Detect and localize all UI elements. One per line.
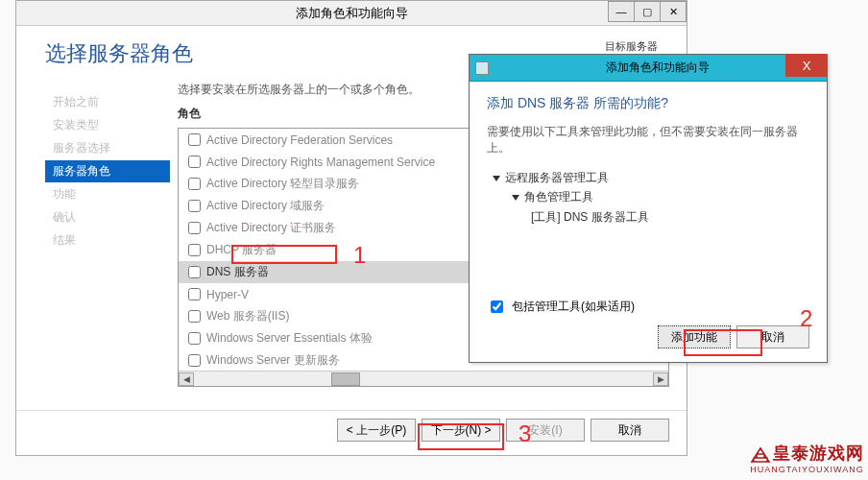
include-tools-checkbox[interactable]: [491, 300, 503, 313]
target-server-label: 目标服务器: [588, 39, 658, 53]
prev-button[interactable]: < 上一步(P): [337, 419, 416, 442]
dialog-footer: 包括管理工具(如果适用) 添加功能 取消: [470, 298, 827, 348]
include-tools-row: 包括管理工具(如果适用): [487, 298, 809, 316]
dialog-description: 需要使用以下工具来管理此功能，但不需要安装在同一服务器上。: [487, 124, 809, 156]
next-button[interactable]: 下一步(N) >: [422, 419, 500, 442]
role-checkbox[interactable]: [188, 222, 201, 234]
role-checkbox[interactable]: [188, 133, 201, 146]
dialog-heading: 添加 DNS 服务器 所需的功能?: [487, 95, 809, 112]
role-checkbox[interactable]: [188, 288, 201, 300]
dialog-title-bar: 添加角色和功能向导 X: [470, 55, 827, 82]
role-checkbox[interactable]: [188, 244, 201, 256]
dialog-buttons: 添加功能 取消: [487, 325, 809, 348]
role-checkbox[interactable]: [188, 266, 201, 278]
horizontal-scrollbar[interactable]: ◀ ▶: [179, 371, 668, 386]
nav-confirm[interactable]: 确认: [45, 206, 170, 228]
tree-node-lvl2[interactable]: 角色管理工具: [487, 187, 809, 206]
role-checkbox[interactable]: [188, 332, 201, 345]
close-button[interactable]: ✕: [660, 1, 687, 22]
dialog-close-button[interactable]: X: [785, 54, 828, 77]
nav-server-selection[interactable]: 服务器选择: [45, 137, 170, 159]
pavilion-icon: [750, 444, 771, 464]
window-controls: — ▢ ✕: [609, 1, 687, 22]
title-bar: 添加角色和功能向导 — ▢ ✕: [16, 1, 687, 26]
dialog-body: 添加 DNS 服务器 所需的功能? 需要使用以下工具来管理此功能，但不需要安装在…: [470, 82, 827, 236]
add-features-dialog: 添加角色和功能向导 X 添加 DNS 服务器 所需的功能? 需要使用以下工具来管…: [469, 54, 828, 363]
watermark: 皇泰游戏网 HUANGTAIYOUXIWANG: [750, 442, 864, 474]
nav-features[interactable]: 功能: [45, 183, 170, 205]
watermark-text-cn: 皇泰游戏网: [750, 442, 864, 465]
tree-node-lvl3[interactable]: [工具] DNS 服务器工具: [487, 207, 809, 227]
wizard-icon: [475, 61, 489, 75]
caret-icon: [512, 195, 519, 201]
role-checkbox[interactable]: [188, 354, 201, 367]
scroll-thumb[interactable]: [331, 372, 360, 386]
scroll-right-icon[interactable]: ▶: [653, 372, 668, 386]
scroll-left-icon[interactable]: ◀: [179, 372, 194, 386]
scroll-track[interactable]: [194, 373, 653, 385]
role-checkbox[interactable]: [188, 200, 201, 212]
add-features-button[interactable]: 添加功能: [658, 325, 731, 348]
role-checkbox[interactable]: [188, 310, 201, 323]
feature-tree: 远程服务器管理工具 角色管理工具 [工具] DNS 服务器工具: [487, 168, 809, 227]
role-checkbox[interactable]: [188, 156, 201, 168]
nav-before-begin[interactable]: 开始之前: [45, 91, 170, 113]
page-title: 选择服务器角色: [45, 39, 193, 68]
tree-node-lvl1[interactable]: 远程服务器管理工具: [487, 168, 809, 187]
dialog-title: 添加角色和功能向导: [494, 60, 821, 76]
dialog-cancel-button[interactable]: 取消: [736, 325, 809, 348]
wizard-footer: < 上一步(P) 下一步(N) > 安装(I) 取消: [16, 410, 687, 455]
minimize-button[interactable]: —: [608, 1, 635, 22]
window-title: 添加角色和功能向导: [296, 5, 408, 22]
install-button[interactable]: 安装(I): [506, 419, 585, 442]
nav-result[interactable]: 结果: [45, 229, 170, 252]
maximize-button[interactable]: ▢: [634, 1, 661, 22]
cancel-button[interactable]: 取消: [591, 419, 669, 442]
nav-install-type[interactable]: 安装类型: [45, 114, 170, 136]
role-checkbox[interactable]: [188, 178, 201, 190]
wizard-nav: 开始之前 安装类型 服务器选择 服务器角色 功能 确认 结果: [45, 74, 170, 410]
include-tools-label: 包括管理工具(如果适用): [512, 299, 635, 315]
caret-icon: [493, 176, 500, 181]
watermark-text-en: HUANGTAIYOUXIWANG: [750, 465, 864, 474]
nav-server-roles[interactable]: 服务器角色: [45, 160, 170, 182]
